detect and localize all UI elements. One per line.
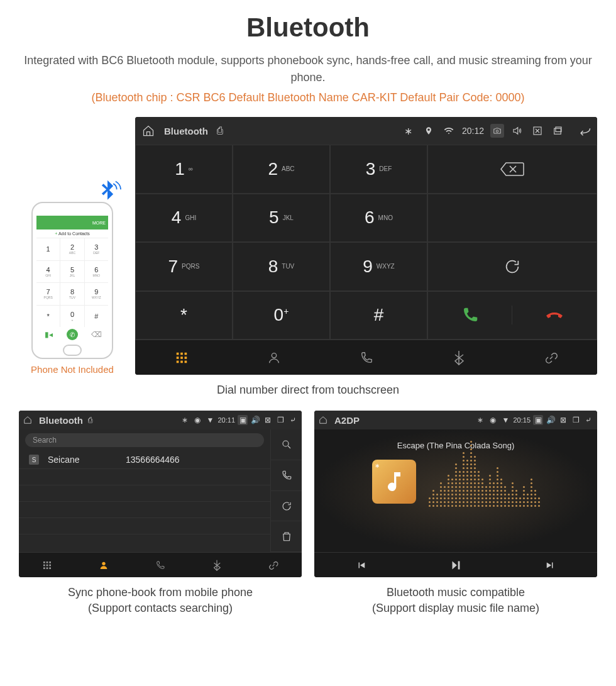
- nav-bluetooth[interactable]: [412, 340, 505, 375]
- dialer-key[interactable]: 2ABC: [233, 145, 330, 194]
- camera-icon[interactable]: ▣: [238, 415, 248, 425]
- volume-icon[interactable]: [510, 124, 524, 138]
- recent-icon[interactable]: ❐: [275, 415, 285, 425]
- dialer-key[interactable]: 4GHI: [135, 194, 233, 243]
- dialer-key[interactable]: 5JKL: [233, 194, 330, 243]
- statusbar: Bluetooth ⎙ ∗ 20:12: [135, 117, 597, 145]
- back-icon[interactable]: [577, 124, 591, 138]
- dialer-key[interactable]: 3DEF: [330, 145, 427, 194]
- svg-rect-2: [554, 128, 561, 134]
- location-icon: [422, 124, 436, 138]
- back-icon[interactable]: ⤶: [288, 415, 298, 425]
- phone-key: 3DEF: [85, 238, 108, 260]
- side-call-icon[interactable]: [270, 460, 302, 491]
- back-icon[interactable]: ⤶: [583, 415, 593, 425]
- bluetooth-icon: ∗: [475, 415, 485, 425]
- dialer-key[interactable]: 1∞: [135, 145, 233, 194]
- side-search-icon[interactable]: [270, 429, 302, 460]
- page-title: Bluetooth: [19, 13, 597, 43]
- play-pause-button[interactable]: [409, 553, 503, 577]
- backspace-button[interactable]: [427, 145, 597, 194]
- svg-rect-20: [49, 564, 51, 566]
- nav-link[interactable]: [505, 340, 597, 375]
- camera-icon[interactable]: [490, 124, 504, 138]
- home-icon[interactable]: [318, 415, 328, 425]
- contact-number: 13566664466: [126, 455, 180, 465]
- home-icon[interactable]: [141, 124, 155, 138]
- svg-rect-9: [184, 357, 187, 359]
- statusbar-title: A2DP: [334, 415, 360, 426]
- phone-key: 1: [36, 238, 60, 260]
- svg-point-24: [102, 562, 105, 565]
- dialer-key[interactable]: 6MNO: [330, 194, 427, 243]
- usb-icon: ⎙: [213, 124, 227, 138]
- close-box-icon[interactable]: ⊠: [263, 415, 273, 425]
- dialer-key[interactable]: 7PQRS: [135, 242, 233, 291]
- nav-recent[interactable]: [132, 553, 189, 577]
- phone-key: 8TUV: [60, 283, 84, 305]
- wifi-icon: ▼: [205, 415, 215, 425]
- svg-rect-22: [47, 567, 48, 569]
- nav-dialpad[interactable]: [19, 553, 75, 577]
- dialer-key[interactable]: 9WXYZ: [330, 242, 427, 291]
- next-track-button[interactable]: [503, 553, 597, 577]
- close-box-icon[interactable]: [531, 124, 544, 138]
- bluetooth-icon: ∗: [402, 124, 415, 138]
- svg-rect-7: [176, 357, 179, 359]
- contacts-device: Bluetooth ⎙ ∗ ◉ ▼ 20:11 ▣ 🔊 ⊠ ❐ ⤶ Search: [19, 411, 302, 577]
- side-delete-icon[interactable]: [270, 521, 302, 552]
- dialer-key[interactable]: *: [135, 291, 233, 340]
- camera-icon[interactable]: ▣: [533, 415, 543, 425]
- dialer-key[interactable]: 8TUV: [233, 242, 330, 291]
- svg-rect-6: [184, 352, 187, 355]
- phone-call-icon: ✆: [60, 327, 84, 342]
- contact-badge: S: [29, 455, 39, 465]
- dialer-key[interactable]: #: [330, 291, 427, 340]
- volume-icon[interactable]: 🔊: [250, 415, 260, 425]
- side-sync-icon[interactable]: [270, 491, 302, 522]
- nav-bluetooth[interactable]: [189, 553, 245, 577]
- search-input[interactable]: Search: [25, 433, 264, 447]
- recent-icon[interactable]: [551, 124, 564, 138]
- music-note-icon: ∗: [372, 460, 416, 504]
- phone-mock: MORE + Add to Contacts 12ABC3DEF4GHI5JKL…: [19, 202, 126, 375]
- phone-not-included-label: Phone Not Included: [19, 364, 126, 375]
- close-box-icon[interactable]: ⊠: [558, 415, 568, 425]
- phone-key: 9WXYZ: [85, 283, 108, 305]
- phone-key: 4GHI: [36, 261, 60, 283]
- nav-dialpad[interactable]: [135, 340, 228, 375]
- empty-row: [19, 502, 270, 518]
- volume-icon[interactable]: 🔊: [546, 415, 556, 425]
- nav-recent[interactable]: [320, 340, 412, 375]
- equalizer-visual: [429, 456, 540, 507]
- svg-rect-5: [180, 352, 183, 355]
- svg-rect-10: [176, 360, 179, 363]
- svg-point-14: [283, 441, 289, 446]
- wifi-icon: [442, 124, 456, 138]
- hangup-button[interactable]: [512, 307, 597, 323]
- call-button[interactable]: [428, 306, 512, 324]
- svg-rect-11: [180, 360, 183, 363]
- phone-key: #: [85, 306, 108, 328]
- svg-rect-15: [43, 562, 45, 563]
- phone-key: *: [36, 306, 60, 328]
- svg-rect-23: [49, 567, 51, 569]
- contact-name: Seicane: [48, 455, 117, 465]
- page-description: Integrated with BC6 Bluetooth module, su…: [19, 52, 597, 86]
- home-icon[interactable]: [23, 415, 33, 425]
- dialer-key[interactable]: 0+: [233, 291, 330, 340]
- svg-point-0: [496, 130, 498, 133]
- svg-rect-4: [176, 352, 179, 355]
- redial-button[interactable]: [427, 242, 597, 291]
- contacts-caption: Sync phone-book from mobile phone(Suppor…: [19, 585, 302, 616]
- recent-icon[interactable]: ❐: [571, 415, 581, 425]
- wifi-icon: ▼: [500, 415, 510, 425]
- phone-key: 7PQRS: [36, 283, 60, 305]
- prev-track-button[interactable]: [314, 553, 409, 577]
- svg-rect-17: [49, 562, 51, 563]
- nav-link[interactable]: [245, 553, 302, 577]
- svg-rect-18: [43, 564, 45, 566]
- contact-row[interactable]: S Seicane 13566664466: [19, 451, 270, 469]
- nav-contacts[interactable]: [75, 553, 132, 577]
- nav-contacts[interactable]: [228, 340, 320, 375]
